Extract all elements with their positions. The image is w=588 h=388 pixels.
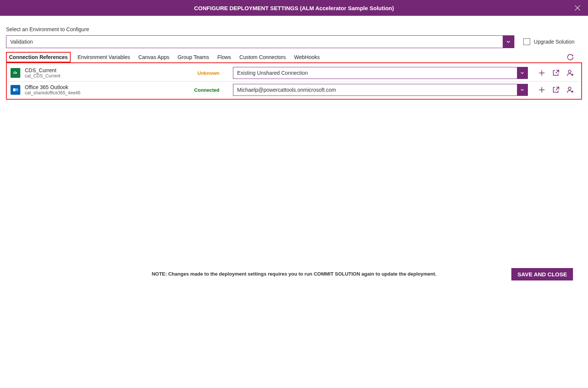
connection-name: CDS_Current — [25, 67, 179, 73]
environment-select[interactable]: Validation — [6, 35, 514, 48]
add-icon[interactable] — [538, 69, 546, 77]
save-and-close-button[interactable]: SAVE AND CLOSE — [511, 268, 573, 280]
footer-note: NOTE: Changes made to the deployment set… — [152, 271, 437, 277]
dialog-title: CONFIGURE DEPLOYMENT SETTINGS (ALM Accel… — [194, 5, 394, 11]
tab-environment-variables[interactable]: Environment Variables — [76, 52, 132, 62]
svg-line-12 — [556, 87, 559, 90]
dataverse-icon — [11, 68, 20, 78]
environment-row: Validation Upgrade Solution — [6, 35, 582, 48]
chevron-down-icon — [517, 67, 528, 79]
tabs: Connection References Environment Variab… — [6, 52, 321, 62]
svg-line-4 — [556, 70, 559, 73]
tab-connection-references[interactable]: Connection References — [6, 52, 71, 62]
add-icon[interactable] — [538, 86, 546, 94]
tab-webhooks[interactable]: WebHooks — [293, 52, 321, 62]
dialog-header: CONFIGURE DEPLOYMENT SETTINGS (ALM Accel… — [0, 0, 588, 16]
tab-group-teams[interactable]: Group Teams — [176, 52, 211, 62]
chevron-down-icon — [517, 84, 528, 95]
connection-select[interactable]: Existing Unshared Connection — [233, 67, 528, 79]
connection-select[interactable]: Michaelp@powercattools.onmicrosoft.com — [233, 84, 528, 96]
open-link-icon[interactable] — [552, 69, 560, 77]
connection-actions — [532, 69, 577, 77]
tab-custom-connectors[interactable]: Custom Connectors — [238, 52, 287, 62]
connection-select-value: Existing Unshared Connection — [233, 67, 517, 79]
add-user-icon[interactable] — [566, 86, 574, 94]
tab-canvas-apps[interactable]: Canvas Apps — [137, 52, 171, 62]
environment-select-value: Validation — [6, 36, 503, 48]
connection-row: Office 365 Outlook cat_sharedoffice365_4… — [9, 82, 579, 98]
dialog-content: Select an Environment to Configure Valid… — [0, 16, 588, 100]
open-link-icon[interactable] — [552, 86, 560, 94]
close-icon[interactable] — [574, 4, 581, 12]
add-user-icon[interactable] — [566, 69, 574, 77]
tab-flows[interactable]: Flows — [216, 52, 233, 62]
connection-row: CDS_Current cat_CDS_Current Unknown Exis… — [9, 65, 579, 82]
connection-logical-name: cat_sharedoffice365_4ee46 — [25, 90, 179, 95]
svg-rect-8 — [13, 88, 15, 91]
connection-status: Connected — [183, 87, 228, 93]
chevron-down-icon — [503, 36, 514, 48]
connection-name: Office 365 Outlook — [25, 84, 179, 90]
outlook-icon — [11, 85, 20, 95]
tab-bar: Connection References Environment Variab… — [6, 52, 582, 62]
connection-select-value: Michaelp@powercattools.onmicrosoft.com — [233, 84, 517, 95]
connection-info: CDS_Current cat_CDS_Current — [25, 67, 179, 79]
connection-list: CDS_Current cat_CDS_Current Unknown Exis… — [6, 62, 582, 100]
checkbox-icon[interactable] — [523, 38, 530, 45]
refresh-icon[interactable] — [566, 53, 574, 61]
connection-actions — [532, 86, 577, 94]
upgrade-solution-option[interactable]: Upgrade Solution — [523, 38, 582, 45]
connection-status: Unknown — [183, 70, 228, 76]
upgrade-label: Upgrade Solution — [534, 39, 574, 45]
svg-point-13 — [568, 87, 571, 90]
environment-label: Select an Environment to Configure — [6, 26, 582, 32]
svg-point-5 — [568, 70, 571, 73]
connection-info: Office 365 Outlook cat_sharedoffice365_4… — [25, 84, 179, 95]
connection-logical-name: cat_CDS_Current — [25, 73, 179, 79]
